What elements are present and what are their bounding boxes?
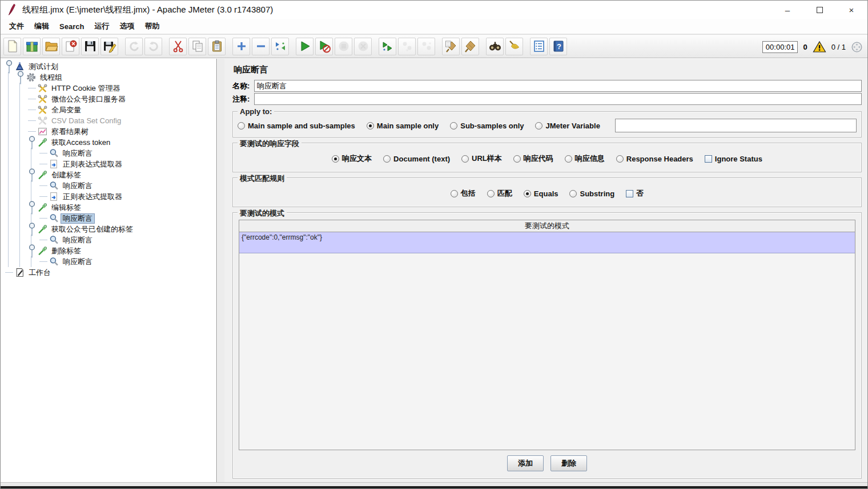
tree-item[interactable]: 编辑标签 <box>1 202 216 213</box>
tree-item[interactable]: 删除标签 <box>1 245 216 256</box>
tree-item-label: 正则表达式提取器 <box>61 192 124 201</box>
response-field-radio-option[interactable]: 响应文本 <box>332 153 372 164</box>
remote-shutdown-all-button <box>398 38 416 55</box>
pattern-rule-radio-option[interactable]: 包括 <box>451 188 476 199</box>
new-file-icon <box>6 39 19 53</box>
splitter-handle[interactable] <box>218 59 224 482</box>
function-helper-button[interactable] <box>530 38 548 55</box>
active-threads-ratio: 0 / 1 <box>831 43 846 51</box>
add-pattern-button[interactable]: 添加 <box>507 455 544 471</box>
tree-item[interactable]: 获取公众号已创建的标签 <box>1 224 216 235</box>
paste-button[interactable] <box>208 38 226 55</box>
comment-input[interactable] <box>254 93 862 105</box>
tree-item[interactable]: HTTP Cookie 管理器 <box>1 83 216 94</box>
tree-item[interactable]: 线程组 <box>1 72 216 83</box>
tree-guide-line <box>19 213 20 224</box>
help-button[interactable]: ? <box>549 38 567 55</box>
search-button[interactable] <box>486 38 504 55</box>
tree-item[interactable]: 全局变量 <box>1 104 216 115</box>
tree-guide-line <box>19 104 20 115</box>
response-field-radio-option[interactable]: 响应代码 <box>513 153 553 164</box>
apply-to-radio-option[interactable]: Main sample only <box>367 122 439 130</box>
tree-expand-handle-icon[interactable] <box>27 224 37 235</box>
tree-item-label: 响应断言 <box>61 214 94 223</box>
apply-to-radio-option[interactable]: Sub-samples only <box>450 122 524 130</box>
tree-expand-handle-icon[interactable] <box>15 72 26 83</box>
menu-item[interactable]: 选项 <box>114 19 139 34</box>
apply-to-radio-option[interactable]: JMeter Variable <box>535 122 600 130</box>
response-field-radio-option[interactable]: Response Headers <box>616 155 693 163</box>
response-field-radio-option[interactable]: Document (text) <box>383 155 450 163</box>
tree-item[interactable]: CSV Data Set Config <box>1 115 216 126</box>
tree-expand-handle-icon[interactable] <box>27 202 37 213</box>
save-as-button[interactable] <box>101 38 118 55</box>
tree-item[interactable]: 获取Access token <box>1 137 216 148</box>
radio-label: Response Headers <box>626 155 693 163</box>
save-button[interactable] <box>81 38 99 55</box>
tree-item-label: 获取公众号已创建的标签 <box>50 225 135 234</box>
new-file-button[interactable] <box>3 38 21 55</box>
pattern-rule-radio-option[interactable]: Substring <box>569 189 614 198</box>
response-field-radio-option[interactable]: URL样本 <box>461 153 502 164</box>
pattern-rule-checkbox-option[interactable]: 否 <box>626 188 644 199</box>
menu-item[interactable]: 文件 <box>4 19 29 34</box>
tree-expand-handle-icon[interactable] <box>27 245 37 256</box>
tree-item[interactable]: 响应断言 <box>1 180 216 191</box>
open-file-button[interactable] <box>42 38 60 55</box>
pattern-rule-radio-option[interactable]: 匹配 <box>487 188 512 199</box>
maximize-button[interactable] <box>803 1 835 19</box>
menu-item[interactable]: 帮助 <box>139 19 164 34</box>
collapse-all-button[interactable] <box>252 38 270 55</box>
name-input[interactable] <box>254 80 862 92</box>
delete-pattern-button[interactable]: 删除 <box>550 455 587 471</box>
save-icon <box>83 39 97 53</box>
tree-item[interactable]: 创建标签 <box>1 169 216 180</box>
tree-item[interactable]: 响应断言 <box>1 148 216 159</box>
tree-expand-handle-icon[interactable] <box>27 137 37 148</box>
response-field-checkbox-option[interactable]: Ignore Status <box>705 155 762 163</box>
jmeter-window: 线程组.jmx (E:\jmeter\线程组.jmx) - Apache JMe… <box>0 0 868 489</box>
response-field-radio-option[interactable]: 响应信息 <box>565 153 605 164</box>
patterns-table-empty-area[interactable] <box>239 253 855 450</box>
close-file-button[interactable] <box>62 38 79 55</box>
jmeter-variable-input[interactable] <box>615 119 857 132</box>
warning-triangle-icon[interactable] <box>813 41 826 53</box>
tree-item[interactable]: 工作台 <box>1 267 216 278</box>
expand-all-button[interactable] <box>232 38 250 55</box>
minimize-button[interactable]: – <box>771 1 803 19</box>
apply-to-radio-option[interactable]: Main sample and sub-samples <box>238 122 355 130</box>
tree-expand-handle-icon[interactable] <box>4 61 14 72</box>
menu-item[interactable]: Search <box>54 20 89 33</box>
checkbox-icon <box>705 155 712 163</box>
menu-item[interactable]: 运行 <box>89 19 114 34</box>
assertion-icon <box>49 257 59 266</box>
tree-guide-line <box>8 235 9 245</box>
listener-icon <box>38 127 47 136</box>
tree-item[interactable]: 测试计划 <box>1 61 216 72</box>
copy-button[interactable] <box>188 38 206 55</box>
page-title: 响应断言 <box>232 61 862 80</box>
radio-icon <box>535 122 542 130</box>
remote-start-all-icon <box>381 39 395 53</box>
clear-button[interactable] <box>442 38 460 55</box>
templates-button[interactable] <box>23 38 41 55</box>
remote-stop-all-button <box>417 38 435 55</box>
search-reset-button[interactable] <box>505 38 523 55</box>
pattern-rule-radio-option[interactable]: Equals <box>524 189 558 198</box>
tree-expand-handle-icon[interactable] <box>27 169 37 180</box>
menu-item[interactable]: 编辑 <box>29 19 54 34</box>
start-no-timers-button[interactable] <box>315 38 333 55</box>
clear-all-button[interactable] <box>461 38 479 55</box>
pattern-row[interactable]: {"errcode":0,"errmsg":"ok"} <box>239 232 855 253</box>
thread-group-icon <box>26 72 36 82</box>
patterns-table-header: 要测试的模式 <box>239 220 855 232</box>
tree-item[interactable]: 响应断言 <box>1 256 216 267</box>
checkbox-label: 否 <box>636 188 644 199</box>
cut-button[interactable] <box>169 38 187 55</box>
close-button[interactable]: × <box>835 1 867 19</box>
start-button[interactable] <box>296 38 314 55</box>
tree-item[interactable]: 微信公众号接口服务器 <box>1 94 216 104</box>
remote-start-all-button[interactable] <box>379 38 396 55</box>
radio-icon <box>383 155 391 163</box>
toggle-button[interactable] <box>271 38 289 55</box>
